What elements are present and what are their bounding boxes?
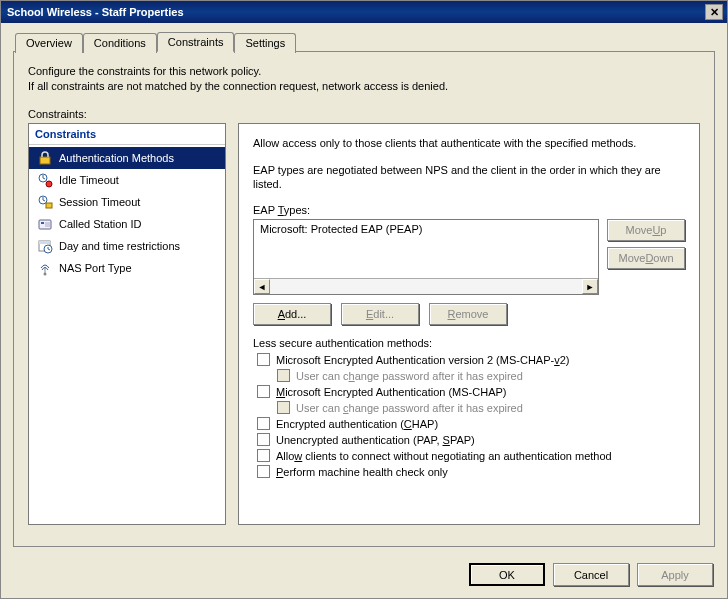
constraints-tree: Constraints Authentication Methods xyxy=(28,123,226,525)
check-mschap: Microsoft Encrypted Authentication (MS-C… xyxy=(257,385,685,398)
tree-item-idle-timeout[interactable]: Idle Timeout xyxy=(29,169,225,191)
scroll-left-arrow[interactable]: ◄ xyxy=(254,279,270,294)
check-label: User can change password after it has ex… xyxy=(296,370,523,382)
main-layout: Constraints Authentication Methods xyxy=(28,123,700,525)
remove-button[interactable]: Remove xyxy=(429,303,507,325)
check-change-password-1: User can change password after it has ex… xyxy=(277,369,685,382)
move-down-button[interactable]: Move Down xyxy=(607,247,685,269)
svg-rect-7 xyxy=(45,222,50,227)
tree-list: Authentication Methods Idle Timeout xyxy=(29,145,225,281)
check-mschapv2: Microsoft Encrypted Authentication versi… xyxy=(257,353,685,366)
svg-point-2 xyxy=(46,181,52,187)
session-icon xyxy=(37,194,53,210)
intro-text: Configure the constraints for this netwo… xyxy=(28,64,700,94)
checkbox-allow-no-negotiate[interactable] xyxy=(257,449,270,462)
checkbox-machine-health[interactable] xyxy=(257,465,270,478)
less-secure-label: Less secure authentication methods: xyxy=(253,337,685,349)
close-button[interactable]: ✕ xyxy=(705,4,723,20)
idle-icon xyxy=(37,172,53,188)
nas-icon xyxy=(37,260,53,276)
right-panel: Allow access only to those clients that … xyxy=(238,123,700,525)
tree-item-label: Idle Timeout xyxy=(59,174,119,186)
tree-item-label: Authentication Methods xyxy=(59,152,174,164)
apply-button[interactable]: Apply xyxy=(637,563,713,586)
intro-line-2: If all constraints are not matched by th… xyxy=(28,79,700,94)
tree-item-label: NAS Port Type xyxy=(59,262,132,274)
check-allow-no-negotiate: Allow clients to connect without negotia… xyxy=(257,449,685,462)
check-chap: Encrypted authentication (CHAP) xyxy=(257,417,685,430)
edit-button[interactable]: Edit... xyxy=(341,303,419,325)
tab-overview[interactable]: Overview xyxy=(15,33,83,53)
dialog-body: Overview Conditions Constraints Settings… xyxy=(1,23,727,557)
eap-buttons: Add... Edit... Remove xyxy=(253,303,685,325)
check-label: Microsoft Encrypted Authentication (MS-C… xyxy=(276,386,506,398)
right-desc-1: Allow access only to those clients that … xyxy=(253,136,685,151)
title-bar: School Wireless - Staff Properties ✕ xyxy=(1,1,727,23)
check-change-password-2: User can change password after it has ex… xyxy=(277,401,685,414)
add-button[interactable]: Add... xyxy=(253,303,331,325)
phone-icon xyxy=(37,216,53,232)
svg-rect-4 xyxy=(46,203,52,208)
constraints-label: Constraints: xyxy=(28,108,700,120)
check-label: User can change password after it has ex… xyxy=(296,402,523,414)
eap-types-list[interactable]: Microsoft: Protected EAP (PEAP) ◄ ► xyxy=(253,219,599,295)
check-label: Allow clients to connect without negotia… xyxy=(276,450,612,462)
tree-item-authentication-methods[interactable]: Authentication Methods xyxy=(29,147,225,169)
intro-line-1: Configure the constraints for this netwo… xyxy=(28,64,700,79)
tab-conditions[interactable]: Conditions xyxy=(83,33,157,53)
move-up-button[interactable]: Move Up xyxy=(607,219,685,241)
check-label: Perform machine health check only xyxy=(276,466,448,478)
svg-point-11 xyxy=(44,272,47,275)
calendar-icon xyxy=(37,238,53,254)
check-label: Microsoft Encrypted Authentication versi… xyxy=(276,354,569,366)
scroll-right-arrow[interactable]: ► xyxy=(582,279,598,294)
tree-item-nas-port-type[interactable]: NAS Port Type xyxy=(29,257,225,279)
tree-item-label: Session Timeout xyxy=(59,196,140,208)
tree-item-day-time-restrictions[interactable]: Day and time restrictions xyxy=(29,235,225,257)
dialog-buttons: OK Cancel Apply xyxy=(469,563,713,586)
tree-item-label: Called Station ID xyxy=(59,218,142,230)
checkbox-pap[interactable] xyxy=(257,433,270,446)
svg-rect-9 xyxy=(39,241,50,244)
tree-item-called-station-id[interactable]: Called Station ID xyxy=(29,213,225,235)
cancel-button[interactable]: Cancel xyxy=(553,563,629,586)
tab-strip: Overview Conditions Constraints Settings xyxy=(15,31,715,51)
tab-panel-constraints: Configure the constraints for this netwo… xyxy=(13,51,715,547)
svg-rect-0 xyxy=(40,157,50,164)
tab-constraints[interactable]: Constraints xyxy=(157,32,235,52)
scroll-track[interactable] xyxy=(270,279,582,294)
properties-dialog: School Wireless - Staff Properties ✕ Ove… xyxy=(0,0,728,599)
move-buttons: Move Up Move Down xyxy=(607,219,685,269)
check-label: Encrypted authentication (CHAP) xyxy=(276,418,438,430)
checkbox-mschapv2[interactable] xyxy=(257,353,270,366)
checkbox-change-password-2 xyxy=(277,401,290,414)
tab-settings[interactable]: Settings xyxy=(234,33,296,53)
checkbox-change-password-1 xyxy=(277,369,290,382)
eap-item[interactable]: Microsoft: Protected EAP (PEAP) xyxy=(258,222,594,236)
eap-types-label: EAP Types: xyxy=(253,204,685,216)
horizontal-scrollbar[interactable]: ◄ ► xyxy=(254,278,598,294)
checkbox-chap[interactable] xyxy=(257,417,270,430)
check-machine-health: Perform machine health check only xyxy=(257,465,685,478)
checkbox-mschap[interactable] xyxy=(257,385,270,398)
less-secure-section: Less secure authentication methods: Micr… xyxy=(253,337,685,478)
eap-section: Microsoft: Protected EAP (PEAP) ◄ ► Move… xyxy=(253,219,685,295)
window-title: School Wireless - Staff Properties xyxy=(5,6,705,18)
svg-rect-6 xyxy=(41,222,44,224)
tree-item-session-timeout[interactable]: Session Timeout xyxy=(29,191,225,213)
lock-icon xyxy=(37,150,53,166)
check-pap: Unencrypted authentication (PAP, SPAP) xyxy=(257,433,685,446)
right-desc-2: EAP types are negotiated between NPS and… xyxy=(253,163,685,193)
ok-button[interactable]: OK xyxy=(469,563,545,586)
tree-header: Constraints xyxy=(29,124,225,145)
tree-item-label: Day and time restrictions xyxy=(59,240,180,252)
close-icon: ✕ xyxy=(710,6,719,19)
check-label: Unencrypted authentication (PAP, SPAP) xyxy=(276,434,475,446)
